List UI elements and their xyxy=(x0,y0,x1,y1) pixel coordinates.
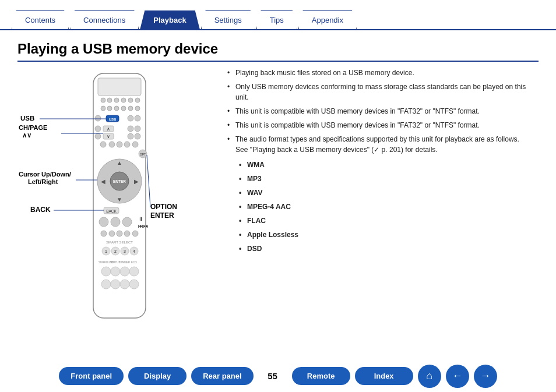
svg-point-30 xyxy=(109,142,115,147)
main-content: Playing a USB memory device xyxy=(0,30,556,360)
svg-point-70 xyxy=(120,267,129,276)
format-wma: WMA xyxy=(239,160,539,170)
svg-point-10 xyxy=(114,106,119,111)
svg-point-18 xyxy=(95,115,101,121)
svg-point-53 xyxy=(124,231,130,236)
home-button[interactable]: ⌂ xyxy=(418,365,441,388)
svg-text:BACK: BACK xyxy=(106,209,117,213)
svg-point-5 xyxy=(121,98,126,103)
svg-text:Cursor Up/Down/: Cursor Up/Down/ xyxy=(19,171,71,178)
svg-text:Left/Right: Left/Right xyxy=(28,178,58,185)
svg-point-12 xyxy=(128,106,133,111)
svg-point-3 xyxy=(107,98,112,103)
svg-text:CH/PAGE: CH/PAGE xyxy=(19,124,47,131)
svg-text:⏮⏭: ⏮⏭ xyxy=(138,223,149,229)
svg-text:▼: ▼ xyxy=(117,196,122,203)
bullet-item-2: Only USB memory devices conforming to ma… xyxy=(227,82,539,103)
svg-point-28 xyxy=(95,133,101,139)
svg-point-23 xyxy=(128,126,133,132)
svg-point-27 xyxy=(135,133,140,139)
svg-text:SMART SELECT: SMART SELECT xyxy=(106,241,133,244)
svg-point-6 xyxy=(128,98,133,103)
svg-text:ENTER: ENTER xyxy=(113,179,126,183)
svg-point-45 xyxy=(99,217,108,227)
format-mp3: MP3 xyxy=(239,174,539,184)
svg-text:OPT: OPT xyxy=(140,153,146,156)
bullet-item-4: This unit is compatible with USB memory … xyxy=(227,120,539,130)
usb-label: USB xyxy=(20,115,34,122)
svg-text:◀: ◀ xyxy=(101,178,105,185)
svg-text:▶: ▶ xyxy=(134,178,139,185)
tab-contents[interactable]: Contents xyxy=(12,10,69,29)
page-number: 55 xyxy=(264,371,281,381)
svg-point-68 xyxy=(101,267,111,276)
svg-text:2: 2 xyxy=(114,249,117,253)
svg-point-4 xyxy=(114,98,119,103)
svg-text:4: 4 xyxy=(133,249,135,253)
svg-point-16 xyxy=(128,115,133,121)
svg-point-8 xyxy=(101,106,105,111)
svg-point-33 xyxy=(132,142,138,147)
svg-point-46 xyxy=(111,217,120,227)
svg-point-50 xyxy=(101,231,107,236)
rear-panel-button[interactable]: Rear panel xyxy=(191,367,253,385)
svg-point-24 xyxy=(135,126,140,132)
svg-text:∧∨: ∧∨ xyxy=(22,132,31,139)
back-nav-button[interactable]: ← xyxy=(446,365,469,388)
format-flac: FLAC xyxy=(239,216,539,226)
tab-settings[interactable]: Settings xyxy=(201,10,255,29)
svg-text:⏸: ⏸ xyxy=(138,216,143,222)
diagram-container: USB ∧ ∨ xyxy=(17,68,216,341)
svg-text:USB: USB xyxy=(109,118,117,121)
svg-point-54 xyxy=(132,231,138,236)
svg-point-72 xyxy=(101,280,111,289)
remote-diagram-section: USB ∧ ∨ xyxy=(17,68,216,341)
svg-point-31 xyxy=(117,142,122,147)
svg-point-29 xyxy=(100,142,106,147)
svg-point-75 xyxy=(129,280,139,289)
svg-point-13 xyxy=(135,106,140,111)
bullet-item-5: The audio format types and specification… xyxy=(227,134,539,155)
svg-point-2 xyxy=(101,98,105,103)
forward-nav-button[interactable]: → xyxy=(474,365,497,388)
svg-point-74 xyxy=(120,280,129,289)
display-button[interactable]: Display xyxy=(128,367,186,385)
bottom-navigation-bar: Front panel Display Rear panel 55 Remote… xyxy=(0,360,556,392)
svg-text:ECO: ECO xyxy=(131,261,137,264)
tab-connections[interactable]: Connections xyxy=(70,10,139,29)
format-wav: WAV xyxy=(239,188,539,198)
svg-text:BACK: BACK xyxy=(30,206,51,214)
svg-text:DIMMER: DIMMER xyxy=(119,261,131,264)
svg-text:∨: ∨ xyxy=(107,134,110,139)
svg-point-51 xyxy=(109,231,115,236)
svg-text:ENTER: ENTER xyxy=(150,211,174,220)
tab-tips[interactable]: Tips xyxy=(256,10,297,29)
index-button[interactable]: Index xyxy=(355,367,413,385)
front-panel-button[interactable]: Front panel xyxy=(59,367,124,385)
svg-text:▲: ▲ xyxy=(117,160,122,166)
svg-line-87 xyxy=(147,155,150,207)
bullet-list: Playing back music files stored on a USB… xyxy=(227,68,539,155)
right-content: Playing back music files stored on a USB… xyxy=(227,68,539,341)
content-layout: USB ∧ ∨ xyxy=(17,68,539,341)
svg-point-9 xyxy=(107,106,112,111)
svg-point-17 xyxy=(135,115,140,121)
remote-button[interactable]: Remote xyxy=(292,367,350,385)
tab-appendix[interactable]: Appendix xyxy=(298,10,357,29)
svg-point-25 xyxy=(95,126,101,132)
svg-point-73 xyxy=(111,280,120,289)
svg-text:3: 3 xyxy=(124,249,126,253)
page-title: Playing a USB memory device xyxy=(17,41,539,62)
svg-point-69 xyxy=(111,267,120,276)
bullet-item-3: This unit is compatible with USB memory … xyxy=(227,106,539,116)
top-navigation: Contents Connections Playback Settings T… xyxy=(0,0,556,30)
formats-list: WMA MP3 WAV MPEG-4 AAC FLAC Apple Lossle… xyxy=(227,160,539,254)
format-mpeg4: MPEG-4 AAC xyxy=(239,202,539,212)
svg-point-71 xyxy=(129,267,139,276)
svg-point-52 xyxy=(117,231,122,236)
svg-point-47 xyxy=(122,217,132,227)
svg-rect-1 xyxy=(98,78,141,96)
tab-playback[interactable]: Playback xyxy=(140,10,199,29)
bullet-item-1: Playing back music files stored on a USB… xyxy=(227,68,539,78)
remote-diagram-svg: USB ∧ ∨ xyxy=(17,68,216,341)
